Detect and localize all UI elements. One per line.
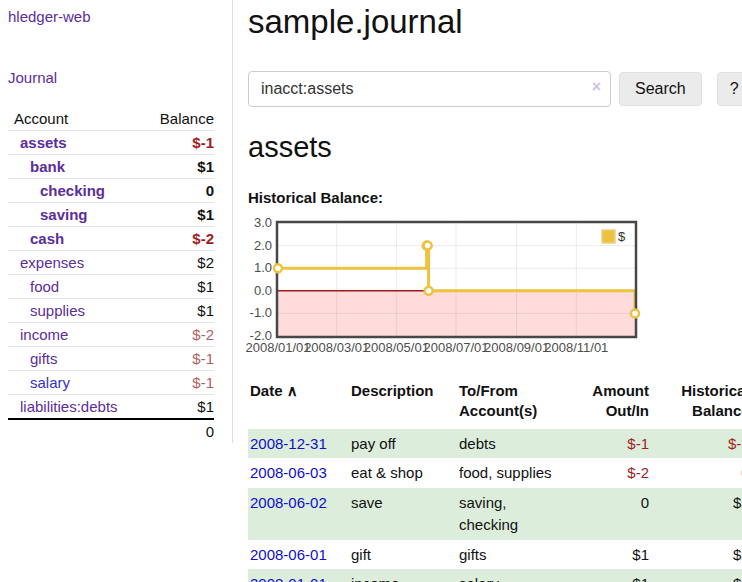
account-row: saving$1 bbox=[8, 203, 214, 227]
account-row: assets$-1 bbox=[8, 131, 214, 155]
x-axis-tick-label: 2008/09/01 bbox=[484, 340, 549, 355]
account-link[interactable]: gifts bbox=[30, 350, 58, 367]
register-col-description[interactable]: Description bbox=[349, 379, 457, 429]
register-row: 2008-06-01giftgifts$1$2 bbox=[248, 540, 742, 570]
transaction-balance: $2 bbox=[651, 540, 742, 570]
transaction-accounts: gifts bbox=[457, 540, 561, 570]
search-form: × Search ? bbox=[248, 71, 742, 107]
register-table: Date ∧ Description To/From Account(s) Am… bbox=[248, 379, 742, 582]
account-balance: $1 bbox=[146, 203, 214, 227]
main-content: sample.journal × Search ? assets Histori… bbox=[233, 0, 742, 582]
account-row: gifts$-1 bbox=[8, 347, 214, 371]
account-link[interactable]: liabilities:debts bbox=[20, 398, 118, 415]
transaction-balance: $2 bbox=[651, 488, 742, 540]
account-link[interactable]: salary bbox=[30, 374, 70, 391]
transaction-accounts: saving, checking bbox=[457, 488, 561, 540]
transaction-amount: $1 bbox=[561, 569, 651, 582]
account-balance: $1 bbox=[146, 395, 214, 420]
transaction-amount: 0 bbox=[561, 488, 651, 540]
x-axis-tick-label: 2008/11/01 bbox=[544, 340, 608, 355]
accounts-col-balance: Balance bbox=[146, 107, 214, 131]
accounts-total-value: 0 bbox=[146, 419, 214, 443]
x-axis-tick-label: 2008/01/01 bbox=[245, 340, 310, 355]
sort-asc-icon: ∧ bbox=[287, 382, 298, 399]
register-col-amount[interactable]: Amount Out/In bbox=[561, 379, 651, 429]
transaction-amount: $-1 bbox=[561, 429, 651, 459]
transaction-description: eat & shop bbox=[349, 458, 457, 488]
register-row: 2008-01-01incomesalary$1$1 bbox=[248, 569, 742, 582]
account-link[interactable]: expenses bbox=[20, 254, 84, 271]
transaction-date-link[interactable]: 2008-06-02 bbox=[250, 494, 327, 511]
account-link[interactable]: assets bbox=[20, 134, 67, 151]
historical-balance-chart[interactable]: $3.02.01.00.0-1.0-2.02008/01/012008/03/0… bbox=[248, 218, 648, 358]
register-row: 2008-12-31pay offdebts$-1$-1 bbox=[248, 429, 742, 459]
search-box: × bbox=[248, 71, 611, 107]
account-row: supplies$1 bbox=[8, 299, 214, 323]
register-header-row: Date ∧ Description To/From Account(s) Am… bbox=[248, 379, 742, 429]
chart-title: Historical Balance: bbox=[248, 189, 742, 206]
legend-swatch bbox=[602, 230, 615, 243]
transaction-amount: $-2 bbox=[561, 458, 651, 488]
accounts-total-row: 0 bbox=[8, 419, 214, 443]
search-input[interactable] bbox=[248, 71, 611, 107]
register-col-date[interactable]: Date ∧ bbox=[248, 379, 349, 429]
account-row: checking0 bbox=[8, 179, 214, 203]
transaction-date-link[interactable]: 2008-06-03 bbox=[250, 464, 327, 481]
transaction-accounts: debts bbox=[457, 429, 561, 459]
transaction-description: save bbox=[349, 488, 457, 540]
account-link[interactable]: food bbox=[30, 278, 59, 295]
y-axis-tick-label: -1.0 bbox=[250, 305, 272, 320]
transaction-balance: $-1 bbox=[651, 429, 742, 459]
account-link[interactable]: income bbox=[20, 326, 68, 343]
account-row: cash$-2 bbox=[8, 227, 214, 251]
accounts-header-row: Account Balance bbox=[8, 107, 214, 131]
account-row: liabilities:debts$1 bbox=[8, 395, 214, 420]
sidebar: hledger-web Journal Account Balance asse… bbox=[0, 0, 233, 443]
account-balance: $-1 bbox=[146, 347, 214, 371]
account-link[interactable]: saving bbox=[40, 206, 88, 223]
accounts-col-account: Account bbox=[8, 107, 146, 131]
transaction-date-link[interactable]: 2008-12-31 bbox=[250, 435, 327, 452]
hledger-web-app: hledger-web Journal Account Balance asse… bbox=[0, 0, 742, 582]
clear-search-icon[interactable]: × bbox=[592, 78, 601, 96]
account-balance: $-1 bbox=[146, 131, 214, 155]
account-balance: 0 bbox=[146, 179, 214, 203]
account-link[interactable]: checking bbox=[40, 182, 105, 199]
account-balance: $-2 bbox=[146, 323, 214, 347]
accounts-total-spacer bbox=[8, 419, 146, 443]
account-row: expenses$2 bbox=[8, 251, 214, 275]
y-axis-tick-label: 0.0 bbox=[254, 283, 272, 298]
register-row: 2008-06-03eat & shopfood, supplies$-20 bbox=[248, 458, 742, 488]
account-balance: $-1 bbox=[146, 371, 214, 395]
account-balance: $-2 bbox=[146, 227, 214, 251]
account-heading: assets bbox=[248, 131, 742, 164]
account-link[interactable]: bank bbox=[30, 158, 65, 175]
accounts-table: Account Balance assets$-1bank$1checking0… bbox=[8, 107, 214, 443]
page-title: sample.journal bbox=[248, 2, 742, 42]
x-axis-tick-label: 2008/07/01 bbox=[423, 340, 488, 355]
transaction-description: income bbox=[349, 569, 457, 582]
y-axis-tick-label: 1.0 bbox=[254, 260, 272, 275]
transaction-accounts: food, supplies bbox=[457, 458, 561, 488]
transaction-amount: $1 bbox=[561, 540, 651, 570]
account-row: salary$-1 bbox=[8, 371, 214, 395]
account-balance: $1 bbox=[146, 155, 214, 179]
account-row: income$-2 bbox=[8, 323, 214, 347]
y-axis-tick-label: 2.0 bbox=[254, 238, 272, 253]
transaction-date-link[interactable]: 2008-01-01 bbox=[250, 575, 327, 582]
legend-label: $ bbox=[618, 229, 626, 244]
transaction-date-link[interactable]: 2008-06-01 bbox=[250, 546, 327, 563]
account-balance: $2 bbox=[146, 251, 214, 275]
register-col-accounts[interactable]: To/From Account(s) bbox=[457, 379, 561, 429]
search-button[interactable]: Search bbox=[619, 72, 702, 106]
transaction-balance: $1 bbox=[651, 569, 742, 582]
account-row: food$1 bbox=[8, 275, 214, 299]
account-row: bank$1 bbox=[8, 155, 214, 179]
register-col-balance[interactable]: Historical Balance bbox=[651, 379, 742, 429]
transaction-balance: 0 bbox=[651, 458, 742, 488]
account-link[interactable]: cash bbox=[30, 230, 64, 247]
app-title-link[interactable]: hledger-web bbox=[8, 8, 232, 25]
account-link[interactable]: supplies bbox=[30, 302, 85, 319]
help-button[interactable]: ? bbox=[717, 72, 742, 106]
sidebar-item-journal[interactable]: Journal bbox=[8, 69, 232, 86]
